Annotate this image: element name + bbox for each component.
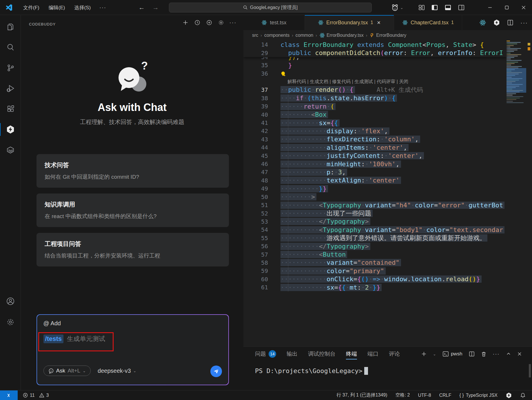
suggestion-card-0[interactable]: 技术问答 如何在 Git 中回退到指定的 commit ID? [37, 154, 229, 188]
codebuddy-icon[interactable] [493, 19, 500, 26]
terminal[interactable]: PS D:\projects\GoogleLegacy> [255, 367, 368, 375]
toggle-sidebar-icon[interactable] [431, 4, 438, 11]
overview-ruler[interactable] [526, 41, 532, 346]
annotation-red-box [38, 332, 114, 351]
notifications-bell-icon[interactable] [520, 392, 526, 398]
more-actions-icon[interactable]: ··· [520, 19, 528, 26]
minimize-button[interactable] [482, 0, 498, 15]
line-number: 52 [243, 210, 268, 217]
code-line-36: 36 [243, 69, 507, 77]
breadcrumb-item-4[interactable]: ErrorBoundary [369, 33, 406, 38]
activity-search-icon[interactable] [0, 38, 21, 56]
customize-layout-icon[interactable] [418, 4, 425, 11]
sidebar-actions: ··· [182, 19, 236, 26]
add-context-button[interactable]: @ Add [43, 320, 61, 327]
title-bar-right: ⌄ [391, 0, 532, 15]
breadcrumb-item-3[interactable]: ErrorBoundary.tsx [319, 32, 364, 38]
panel-tab-4[interactable]: 端口 [367, 347, 378, 361]
problems-status[interactable]: 11 3 [23, 390, 49, 400]
chevron-down-icon: ⌄ [400, 6, 403, 10]
account-avatar[interactable]: ⌄ [391, 3, 403, 12]
code-line-48: 48············textAlign:·'center' [243, 176, 507, 185]
more-icon[interactable]: ··· [229, 19, 236, 26]
cursor-position[interactable]: 行 37, 列 1 (已选择1349) [336, 392, 387, 398]
breadcrumb-item-1[interactable]: components [264, 33, 289, 38]
breadcrumb-item-2[interactable]: common [296, 33, 313, 38]
eol-sequence[interactable]: CRLF [439, 393, 451, 398]
close-panel-icon[interactable] [517, 352, 522, 356]
encoding[interactable]: UTF-8 [418, 393, 431, 398]
minimap[interactable] [507, 41, 526, 346]
ask-mode-selector[interactable]: Ask Alt+L ⌄ [43, 366, 91, 376]
activity-codebuddy-icon[interactable] [0, 120, 21, 139]
plus-icon[interactable] [182, 19, 189, 26]
remote-indicator[interactable] [0, 390, 18, 400]
activity-container-icon[interactable] [0, 141, 21, 159]
indentation[interactable]: 空格: 2 [396, 392, 410, 398]
terminal-dropdown-icon[interactable]: ⌄ [433, 352, 436, 356]
split-terminal-icon[interactable] [469, 351, 475, 357]
breadcrumb-item-0[interactable]: src [252, 33, 258, 38]
code-line-42: 42············display:·'flex', [243, 127, 507, 135]
codebuddy-sidebar: CODEBUDDY ··· ? Ask with Chat 工程理解、技术回答，… [21, 15, 243, 390]
terminal-scrollbar[interactable] [529, 364, 531, 377]
codelens-actions[interactable]: 解释代码 | 生成文档 | 修复代码 | 生成测试 | 代码评审 | 关闭 [243, 78, 507, 86]
suggestion-card-2[interactable]: 工程项目问答 结合当前项目工程，分析并安装环境、运行工程 [37, 233, 229, 266]
close-window-button[interactable] [515, 0, 532, 15]
menu-item-0[interactable]: 文件(F) [19, 3, 44, 13]
line-number: 42 [243, 127, 268, 134]
code-line-37: 37··public·render()·{Alt+K 生成代码 [243, 86, 507, 94]
toggle-secondary-sidebar-icon[interactable] [458, 4, 465, 11]
tab-chaptercard-tsx[interactable]: ChapterCard.tsx1 [394, 15, 462, 30]
panel-tab-2[interactable]: 调试控制台 [308, 347, 336, 361]
send-button[interactable] [210, 366, 222, 377]
sticky-line-29[interactable]: 29 public componentDidCatch(error: Error… [243, 49, 507, 57]
back-button[interactable]: ← [139, 4, 145, 11]
tab-errorboundary-tsx[interactable]: ErrorBoundary.tsx1✕ [305, 15, 394, 30]
activity-extensions-icon[interactable] [0, 100, 21, 118]
menu-overflow[interactable]: ··· [95, 3, 110, 12]
panel-tab-1[interactable]: 输出 [287, 347, 298, 361]
codebuddy-status-icon[interactable] [506, 392, 512, 399]
activity-source-control-icon[interactable] [0, 59, 21, 77]
panel-tab-3[interactable]: 终端 [346, 347, 357, 361]
suggestion-card-1[interactable]: 知识库调用 在 react 中函数式组件和类组件的区别是什么? [37, 193, 229, 227]
activity-account-icon[interactable] [0, 292, 21, 310]
new-terminal-icon[interactable] [421, 351, 427, 357]
line-number: 47 [243, 169, 268, 176]
model-selector[interactable]: deepseek-v3 ⌄ [98, 368, 136, 374]
maximize-button[interactable] [498, 0, 515, 15]
kill-terminal-icon[interactable] [481, 351, 487, 357]
line-number: 53 [243, 218, 268, 225]
panel-more-icon[interactable]: ··· [493, 351, 500, 357]
activity-files-icon[interactable] [0, 17, 21, 36]
editor-actions: ··· [479, 15, 528, 30]
tab-test-tsx[interactable]: test.tsx [243, 15, 305, 30]
circle-plus-icon[interactable] [206, 19, 213, 26]
menu-item-2[interactable]: 选择(S) [70, 3, 95, 13]
shell-label: pwsh [451, 351, 462, 357]
sticky-line-14[interactable]: 14class ErrorBoundary extends Component<… [243, 41, 507, 49]
breadcrumb-separator: › [316, 33, 317, 38]
terminal-shell-item[interactable]: pwsh [442, 351, 462, 357]
panel-tab-5[interactable]: 评论 [389, 347, 400, 361]
close-tab-icon[interactable]: ✕ [377, 20, 381, 25]
panel-tab-0[interactable]: 问题14 [255, 347, 276, 361]
line-number: 46 [243, 160, 268, 167]
code-line-43: 43············flexDirection:·'column', [243, 135, 507, 143]
panel-tab-label: 问题 [255, 350, 266, 358]
command-center-search[interactable]: GoogleLegacy [管理员] [169, 3, 372, 12]
language-mode[interactable]: { } TypeScript JSX [459, 393, 498, 398]
activity-settings-icon[interactable] [0, 313, 21, 331]
split-editor-icon[interactable] [507, 19, 513, 26]
maximize-panel-icon[interactable] [506, 352, 511, 356]
gear-icon[interactable] [218, 19, 225, 26]
history-icon[interactable] [194, 19, 201, 26]
forward-button[interactable]: → [152, 4, 159, 11]
code-editor[interactable]: 34 });35 }36解释代码 | 生成文档 | 修复代码 | 生成测试 | … [243, 41, 532, 346]
toggle-panel-icon[interactable] [444, 4, 451, 11]
activity-debug-icon[interactable] [0, 79, 21, 98]
code-line-56: 56··········</Typography> [243, 242, 507, 250]
tab-label: test.tsx [270, 20, 286, 26]
menu-item-1[interactable]: 编辑(E) [44, 3, 70, 13]
